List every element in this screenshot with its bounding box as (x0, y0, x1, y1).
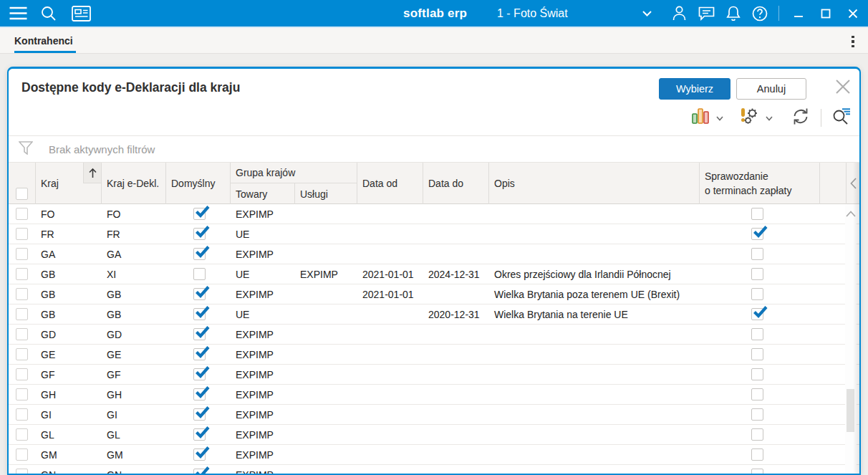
sprawozdanie-checkbox[interactable] (751, 368, 763, 380)
table-row[interactable]: GBGBEXPIMP2021-01-01Wielka Brytania poza… (9, 284, 859, 304)
column-header-towary[interactable]: Towary (231, 183, 295, 204)
domyslny-checkbox[interactable] (193, 348, 206, 360)
table-row[interactable]: GBXIUEEXPIMP2021-01-012024-12-31Okres pr… (9, 264, 859, 284)
sprawozdanie-checkbox[interactable] (751, 428, 763, 441)
scrollbar-thumb[interactable] (847, 389, 854, 432)
select-all-checkbox[interactable] (16, 188, 28, 200)
domyslny-checkbox[interactable] (193, 428, 206, 441)
chevron-down-icon[interactable] (766, 111, 773, 124)
row-select-checkbox[interactable] (16, 469, 28, 475)
table-row[interactable]: GNGNEXPIMP (9, 465, 859, 475)
cancel-button[interactable]: Anuluj (736, 78, 806, 100)
column-header-domyslny[interactable]: Domyślny (166, 163, 231, 204)
domyslny-checkbox[interactable] (193, 368, 206, 380)
table-row[interactable]: GAGAEXPIMP (9, 244, 859, 264)
table-row[interactable]: GEGEEXPIMP (9, 345, 859, 365)
alerts-settings-icon[interactable] (739, 107, 759, 128)
bell-icon[interactable] (725, 0, 742, 27)
sprawozdanie-checkbox[interactable] (751, 328, 763, 340)
table-row[interactable]: GFGFEXPIMP (9, 365, 859, 385)
user-icon[interactable] (670, 0, 688, 27)
bar-chart-icon[interactable] (691, 107, 710, 128)
row-select-checkbox[interactable] (16, 308, 28, 320)
sprawozdanie-checkbox[interactable] (751, 288, 763, 300)
column-header-kraj[interactable]: Kraj (36, 163, 102, 204)
column-header-data-od[interactable]: Data od (357, 163, 423, 204)
table-row[interactable]: GIGIEXPIMP (9, 405, 859, 425)
sprawozdanie-checkbox[interactable] (751, 228, 763, 240)
table-row[interactable]: FRFRUE (9, 224, 859, 244)
table-row[interactable]: FOFOEXPIMP (9, 204, 859, 224)
chevron-down-icon[interactable] (640, 0, 653, 27)
table-row[interactable]: GBGBUE2020-12-31Wielka Brytania na teren… (9, 304, 859, 325)
select-button[interactable]: Wybierz (659, 78, 730, 100)
domyslny-checkbox[interactable] (193, 268, 206, 280)
company-selector[interactable]: 1 - Foto Świat (497, 0, 568, 27)
sprawozdanie-checkbox[interactable] (751, 248, 763, 260)
search-icon[interactable] (39, 0, 58, 27)
tab-overflow-menu-icon[interactable] (848, 34, 858, 49)
cell-data-do (423, 445, 489, 464)
sprawozdanie-checkbox[interactable] (751, 408, 763, 421)
column-header-sprawozdanie[interactable]: Sprawozdanie o terminach zapłaty (700, 163, 820, 204)
sort-ascending-icon[interactable] (83, 163, 101, 183)
collapse-panel-icon[interactable] (847, 163, 859, 204)
domyslny-checkbox-cell (166, 445, 231, 464)
sprawozdanie-checkbox[interactable] (751, 388, 763, 400)
maximize-icon[interactable] (819, 0, 833, 27)
sprawozdanie-checkbox[interactable] (751, 469, 763, 475)
refresh-icon[interactable] (791, 107, 810, 128)
row-select-checkbox[interactable] (16, 428, 28, 441)
domyslny-checkbox[interactable] (193, 328, 206, 340)
row-select-checkbox[interactable] (16, 228, 28, 240)
table-row[interactable]: GLGLEXPIMP (9, 425, 859, 445)
chevron-down-icon[interactable] (716, 111, 723, 124)
column-header-opis[interactable]: Opis (489, 163, 700, 204)
row-select-checkbox[interactable] (16, 248, 28, 260)
row-select-checkbox[interactable] (16, 448, 28, 461)
column-header-kraj-edekl[interactable]: Kraj e-Dekl. (102, 163, 166, 204)
app-title: softlab erp (403, 0, 467, 27)
domyslny-checkbox[interactable] (193, 248, 206, 260)
row-select-checkbox[interactable] (16, 268, 28, 280)
row-select-checkbox[interactable] (16, 388, 28, 400)
domyslny-checkbox[interactable] (193, 208, 206, 220)
minimize-icon[interactable] (791, 0, 806, 27)
domyslny-checkbox[interactable] (193, 388, 206, 400)
search-filter-icon[interactable] (832, 107, 851, 128)
row-select-checkbox[interactable] (16, 208, 28, 220)
tab-kontrahenci[interactable]: Kontrahenci (14, 28, 73, 54)
help-icon[interactable] (751, 0, 768, 27)
domyslny-checkbox[interactable] (193, 469, 206, 475)
scroll-up-icon[interactable] (846, 207, 856, 220)
sprawozdanie-checkbox[interactable] (751, 268, 763, 280)
domyslny-checkbox[interactable] (193, 448, 206, 461)
column-header-uslugi[interactable]: Usługi (295, 183, 357, 204)
close-icon[interactable] (846, 0, 860, 27)
chat-icon[interactable] (697, 0, 715, 27)
row-select-checkbox[interactable] (16, 328, 28, 340)
row-select-checkbox[interactable] (16, 348, 28, 360)
dialog-close-icon[interactable] (834, 77, 852, 96)
table-row[interactable]: GHGHEXPIMP (9, 385, 859, 405)
menu-icon[interactable] (8, 0, 28, 27)
cell-kraj: GD (36, 325, 102, 344)
column-header-grupa-krajow[interactable]: Grupa krajów (231, 163, 357, 183)
vertical-scrollbar[interactable] (845, 204, 857, 475)
sprawozdanie-checkbox[interactable] (751, 348, 763, 360)
row-select-checkbox[interactable] (16, 368, 28, 380)
row-select-checkbox[interactable] (16, 288, 28, 300)
table-row[interactable]: GDGDEXPIMP (9, 325, 859, 345)
sprawozdanie-checkbox[interactable] (751, 308, 763, 320)
column-header-data-do[interactable]: Data do (423, 163, 489, 204)
sprawozdanie-checkbox[interactable] (751, 208, 763, 220)
row-select-checkbox[interactable] (16, 408, 28, 421)
news-icon[interactable] (70, 0, 92, 27)
sprawozdanie-checkbox[interactable] (751, 448, 763, 461)
domyslny-checkbox[interactable] (193, 288, 206, 300)
domyslny-checkbox[interactable] (193, 408, 206, 421)
filter-bar[interactable]: Brak aktywnych filtrów (9, 136, 859, 163)
domyslny-checkbox[interactable] (193, 308, 206, 320)
table-row[interactable]: GMGMEXPIMP (9, 445, 859, 465)
domyslny-checkbox[interactable] (193, 228, 206, 240)
